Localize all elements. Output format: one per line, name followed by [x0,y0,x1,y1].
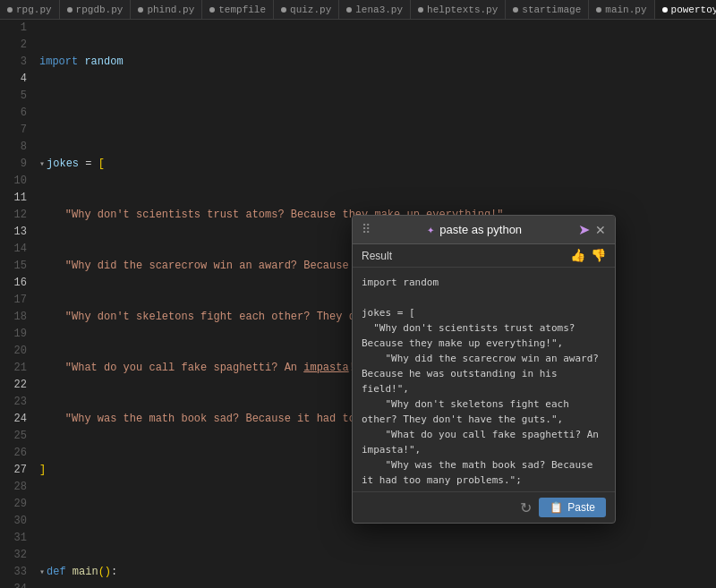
drag-icon: ⠿ [362,222,371,237]
tab-powertoys[interactable]: powertoys test.py [655,0,716,20]
tab-helptexts[interactable]: helptexts.py [411,0,506,20]
wand-icon: ✦ [427,222,434,237]
tab-label: powertoys test.py [671,4,716,15]
popup-title-area: ✦ paste as python [371,222,578,237]
popup-header: ⠿ ✦ paste as python ➤ ✕ [353,216,615,244]
send-button[interactable]: ➤ [578,221,590,238]
tab-label: lena3.py [355,4,403,15]
tab-quiz[interactable]: quiz.py [274,0,339,20]
close-button[interactable]: ✕ [595,223,606,237]
popup-footer: ↻ 📋 Paste [353,491,615,523]
paste-button-label: Paste [567,501,595,514]
clipboard-icon: 📋 [550,501,563,514]
tab-startimage[interactable]: startimage [506,0,589,20]
tab-main[interactable]: main.py [589,0,654,20]
thumbs-up-icon[interactable]: 👍 [570,248,585,263]
paste-python-popup: ⠿ ✦ paste as python ➤ ✕ Result 👍 👎 impor… [352,215,616,524]
tab-label: phind.py [147,4,194,15]
tab-label: quiz.py [290,4,331,15]
popup-code-result[interactable]: import random jokes = [ "Why don't scien… [353,268,615,491]
tab-label: tempfile [218,4,266,15]
tab-rpg[interactable]: rpg.py [0,0,60,20]
paste-button[interactable]: 📋 Paste [539,498,606,517]
thumbs-down-icon[interactable]: 👎 [591,248,606,263]
tab-label: main.py [605,4,646,15]
result-label: Result [362,250,392,262]
tab-tempfile[interactable]: tempfile [202,0,274,20]
feedback-icons: 👍 👎 [570,248,606,263]
tab-bar: rpg.py rpgdb.py phind.py tempfile quiz.p… [0,0,716,20]
tab-rpgdb[interactable]: rpgdb.py [60,0,132,20]
tab-phind[interactable]: phind.py [131,0,202,20]
tab-lena3[interactable]: lena3.py [339,0,411,20]
refresh-button[interactable]: ↻ [520,499,532,516]
result-bar: Result 👍 👎 [353,244,615,268]
tab-label: startimage [522,4,581,15]
tab-label: helptexts.py [427,4,498,15]
tab-label: rpgdb.py [76,4,124,15]
popup-title: paste as python [439,223,522,236]
line-numbers: 1 2 3 4 5 6 7 8 9 10 11 12 13 14 15 16 1… [0,20,32,588]
tab-label: rpg.py [16,4,52,15]
